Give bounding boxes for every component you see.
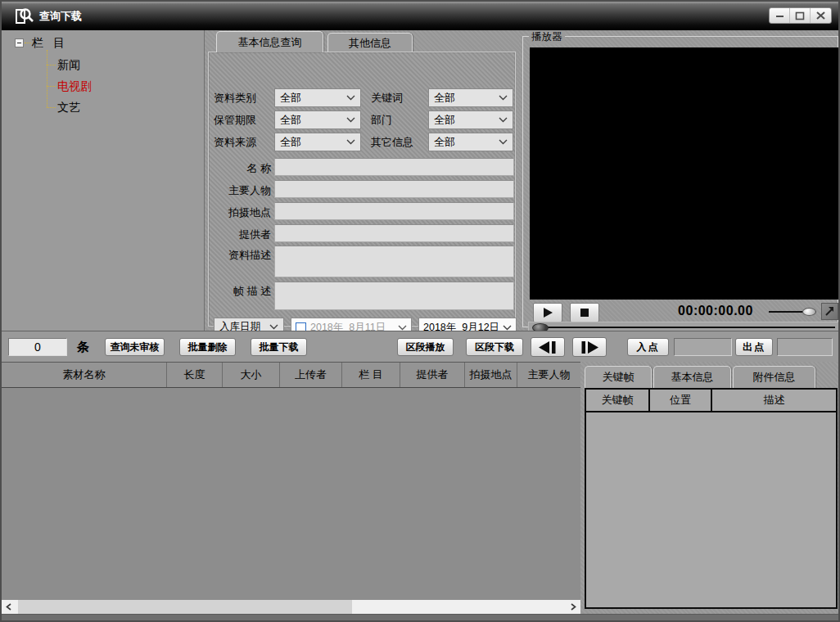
close-icon bbox=[816, 11, 825, 20]
tab-basic-info-query[interactable]: 基本信息查询 bbox=[216, 31, 323, 52]
tree-root-label[interactable]: 栏 目 bbox=[32, 36, 68, 51]
tab-basic-info[interactable]: 基本信息 bbox=[653, 366, 731, 388]
tab-other-info[interactable]: 其他信息 bbox=[327, 33, 413, 52]
material-description-textarea[interactable] bbox=[274, 246, 514, 277]
scroll-right-button[interactable] bbox=[567, 600, 580, 614]
play-button[interactable] bbox=[533, 303, 562, 322]
in-point-field[interactable] bbox=[674, 338, 732, 356]
out-point-button[interactable]: 出点 bbox=[735, 338, 773, 356]
chevron-down-icon bbox=[346, 139, 355, 145]
provider-input[interactable] bbox=[274, 224, 514, 242]
tree-item-news[interactable]: 新闻 bbox=[57, 58, 80, 73]
tree-item-arts[interactable]: 文艺 bbox=[57, 101, 80, 115]
dropdown-value: 全部 bbox=[434, 91, 455, 106]
main-characters-input[interactable] bbox=[274, 180, 514, 198]
query-panel: 资料类别 全部 关键词 全部 保管期限 全部 部门 全部 资料来源 全 bbox=[208, 52, 516, 327]
dropdown-value: 全部 bbox=[280, 91, 301, 106]
window-title: 查询下载 bbox=[39, 2, 82, 30]
segment-play-button[interactable]: 区段播放 bbox=[397, 338, 454, 356]
in-point-button[interactable]: 入点 bbox=[627, 338, 669, 356]
timecode-display: 00:00:00.00 bbox=[646, 304, 785, 318]
player-legend: 播放器 bbox=[529, 30, 565, 44]
dropdown-value: 全部 bbox=[434, 113, 455, 128]
close-button[interactable] bbox=[811, 8, 831, 23]
stop-button[interactable] bbox=[570, 303, 599, 322]
scrollbar-thumb[interactable] bbox=[18, 600, 352, 614]
dropdown-material-category[interactable]: 全部 bbox=[274, 88, 361, 107]
horizontal-scrollbar[interactable] bbox=[2, 600, 580, 614]
player-groupbox: 00:00:00.00 bbox=[522, 36, 838, 327]
diagonal-arrow-icon bbox=[824, 306, 835, 317]
segment-download-button[interactable]: 区段下载 bbox=[466, 338, 523, 356]
chevron-down-icon bbox=[269, 324, 278, 330]
shooting-location-input[interactable] bbox=[274, 202, 514, 220]
step-back-icon bbox=[539, 341, 557, 354]
document-search-icon bbox=[13, 7, 34, 26]
column-header-location[interactable]: 拍摄地点 bbox=[465, 363, 517, 387]
video-display bbox=[530, 47, 839, 300]
keyframe-table-body[interactable] bbox=[586, 412, 836, 607]
kf-column-header-position[interactable]: 位置 bbox=[650, 390, 712, 411]
out-point-field[interactable] bbox=[777, 338, 833, 356]
minimize-icon bbox=[775, 11, 784, 20]
tree-item-tv-drama[interactable]: 电视剧 bbox=[57, 79, 92, 94]
player-area: 播放器 00:00:00.00 bbox=[519, 30, 840, 331]
label-department: 部门 bbox=[371, 113, 392, 128]
dropdown-value: 全部 bbox=[280, 113, 301, 128]
frame-description-textarea[interactable] bbox=[274, 282, 514, 310]
detail-panel: 关键帧 基本信息 附件信息 关键帧 位置 描述 bbox=[580, 362, 840, 614]
dropdown-keyword[interactable]: 全部 bbox=[428, 88, 513, 107]
column-header-main-characters[interactable]: 主要人物 bbox=[517, 363, 580, 387]
batch-download-button[interactable]: 批量下载 bbox=[251, 338, 307, 356]
tab-keyframe[interactable]: 关键帧 bbox=[585, 366, 652, 388]
app-window: 查询下载 栏 目 新闻 电视剧 文艺 基本信息查询 其他信息 bbox=[0, 0, 840, 622]
chevron-down-icon bbox=[503, 325, 512, 331]
column-header-column[interactable]: 栏 目 bbox=[342, 363, 400, 387]
step-back-button[interactable] bbox=[531, 337, 565, 357]
maximize-icon bbox=[795, 11, 805, 20]
query-unreviewed-button[interactable]: 查询未审核 bbox=[105, 338, 165, 356]
label-main-characters: 主要人物 bbox=[210, 183, 271, 198]
label-material-description: 资料描述 bbox=[210, 248, 271, 263]
seek-track bbox=[534, 327, 835, 328]
chevron-left-icon bbox=[6, 603, 11, 611]
name-input[interactable] bbox=[274, 158, 514, 176]
label-keyword: 关键词 bbox=[371, 91, 403, 106]
tree-expand-toggle[interactable] bbox=[15, 38, 24, 47]
fullscreen-button[interactable] bbox=[821, 303, 838, 320]
results-table-body[interactable] bbox=[2, 388, 580, 600]
label-name: 名 称 bbox=[210, 161, 271, 176]
label-other-information: 其它信息 bbox=[371, 135, 413, 150]
chevron-right-icon bbox=[571, 603, 576, 611]
dropdown-other-information[interactable]: 全部 bbox=[428, 133, 513, 151]
column-header-provider[interactable]: 提供者 bbox=[400, 363, 465, 387]
tab-attachment-info[interactable]: 附件信息 bbox=[733, 366, 815, 388]
kf-column-header-keyframe[interactable]: 关键帧 bbox=[586, 390, 650, 411]
column-header-size[interactable]: 大小 bbox=[223, 363, 280, 387]
step-forward-button[interactable] bbox=[572, 337, 607, 357]
dropdown-material-source[interactable]: 全部 bbox=[274, 133, 361, 151]
maximize-button[interactable] bbox=[790, 8, 811, 23]
column-header-length[interactable]: 长度 bbox=[167, 363, 223, 387]
chevron-down-icon bbox=[346, 95, 355, 101]
tree-connector bbox=[47, 107, 56, 108]
category-tree-panel: 栏 目 新闻 电视剧 文艺 bbox=[2, 30, 205, 331]
minimize-button[interactable] bbox=[770, 8, 790, 23]
kf-column-header-description[interactable]: 描述 bbox=[712, 390, 836, 411]
dropdown-department[interactable]: 全部 bbox=[428, 110, 513, 129]
label-shooting-location: 拍摄地点 bbox=[210, 205, 271, 220]
result-count-box: 0 bbox=[8, 338, 67, 356]
volume-knob[interactable] bbox=[802, 308, 816, 316]
tree-connector bbox=[47, 65, 56, 65]
column-header-uploader[interactable]: 上传者 bbox=[280, 363, 342, 387]
scroll-left-button[interactable] bbox=[2, 600, 16, 614]
window-bottom-edge bbox=[2, 614, 840, 622]
dropdown-storage-period[interactable]: 全部 bbox=[274, 110, 361, 129]
title-bar: 查询下载 bbox=[2, 2, 838, 30]
dropdown-value: 全部 bbox=[434, 135, 455, 150]
column-header-material-name[interactable]: 素材名称 bbox=[2, 363, 167, 387]
results-table: 素材名称 长度 大小 上传者 栏 目 提供者 拍摄地点 主要人物 bbox=[2, 362, 580, 614]
chevron-down-icon bbox=[499, 95, 508, 101]
tree-connector bbox=[47, 50, 47, 107]
batch-delete-button[interactable]: 批量删除 bbox=[179, 338, 236, 356]
